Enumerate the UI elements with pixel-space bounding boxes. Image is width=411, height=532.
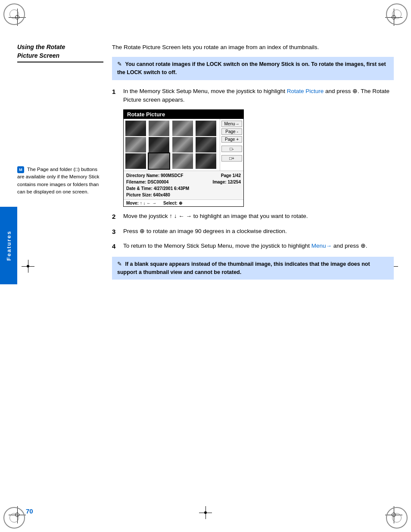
step-4-text: To return to the Memory Stick Setup Menu… (123, 242, 367, 252)
corner-deco-br (386, 507, 408, 529)
thumb-11 (172, 153, 193, 169)
corner-deco-tr (386, 3, 408, 25)
filename-label: Filename: DSC00004 (126, 179, 168, 185)
step-1-number: 1 (112, 87, 119, 105)
step-1: 1 In the Memory Stick Setup Menu, move t… (112, 87, 394, 105)
thumb-1 (125, 121, 146, 136)
screen-controls: Move: ↑ ↓ ← → Select: ⊕ (124, 199, 243, 206)
intro-text: The Rotate Picture Screen lets you rotat… (112, 43, 394, 52)
corner-deco-bl (3, 507, 25, 529)
thumb-5 (125, 137, 146, 152)
select-control: Select: ⊕ (163, 201, 182, 205)
main-content: Using the Rotate Picture Screen M The Pa… (17, 34, 394, 498)
image-info: Image: 12/254 (212, 179, 241, 185)
menu-btn[interactable]: Menu→ (221, 121, 242, 127)
right-column: The Rotate Picture Screen lets you rotat… (112, 43, 394, 286)
steps-list: 1 In the Memory Stick Setup Menu, move t… (112, 87, 394, 105)
menu-link: Menu→ (311, 243, 332, 249)
folder-plus-btn[interactable]: □+ (221, 155, 242, 162)
step-4: 4 To return to the Memory Stick Setup Me… (112, 242, 394, 252)
thumb-9 (125, 153, 146, 169)
filename-row: Filename: DSC00004 Image: 12/254 (126, 179, 241, 185)
thumb-3 (172, 121, 193, 136)
warning-icon: ✎ (117, 60, 122, 68)
screen-sidebar: Menu→ Page - Page + □- □+ (220, 119, 243, 171)
note-icon: M (17, 166, 24, 173)
directory-row: Directory Name: 900MSDCF Page 1/42 (126, 172, 241, 179)
datetime-row: Date & Time: 4/27/2001 6:43PM (126, 185, 241, 192)
step-2: 2 Move the joystick ↑ ↓ ← → to highlight… (112, 212, 394, 222)
screen-mockup: Rotate Picture (123, 109, 244, 207)
thumbnails-area (124, 119, 220, 171)
folder-minus-btn[interactable]: □- (221, 146, 242, 152)
thumb-2 (149, 121, 169, 136)
page-info: Page 1/42 (221, 172, 241, 179)
thumb-10 (149, 153, 169, 169)
steps-2-4-list: 2 Move the joystick ↑ ↓ ← → to highlight… (112, 212, 394, 252)
step-3: 3 Press ⊕ to rotate an image 90 degrees … (112, 227, 394, 237)
size-row: Picture Size: 640x480 (126, 192, 241, 198)
screen-title: Rotate Picture (124, 110, 243, 119)
thumb-12 (196, 153, 216, 169)
bottom-note-icon: ✎ (117, 260, 122, 268)
step-3-number: 3 (112, 227, 119, 237)
left-column: Using the Rotate Picture Screen M The Pa… (17, 43, 112, 286)
screen-info: Directory Name: 900MSDCF Page 1/42 Filen… (124, 171, 243, 199)
directory-label: Directory Name: 900MSDCF (126, 172, 183, 179)
thumb-4 (196, 121, 216, 136)
section-heading: Using the Rotate Picture Screen (17, 43, 103, 62)
left-column-note: M The Page and folder (□) buttons are av… (17, 166, 103, 196)
corner-deco-tl (3, 3, 25, 25)
move-control: Move: ↑ ↓ ← → (126, 201, 156, 205)
thumb-8 (196, 137, 216, 152)
page-number: 70 (26, 507, 33, 515)
page-plus-btn[interactable]: Page + (221, 136, 242, 143)
features-tab: Features (0, 207, 17, 284)
step-3-text: Press ⊕ to rotate an image 90 degrees in… (123, 227, 287, 237)
step-2-number: 2 (112, 212, 119, 222)
step-4-number: 4 (112, 242, 119, 252)
rotate-picture-link: Rotate Picture (287, 88, 324, 94)
page-minus-btn[interactable]: Page - (221, 128, 242, 135)
bottom-note-text: If a blank square appears instead of the… (117, 261, 370, 275)
warning-note-box: ✎ You cannot rotate images if the LOCK s… (112, 57, 394, 80)
thumb-6 (149, 137, 169, 152)
step-2-text: Move the joystick ↑ ↓ ← → to highlight a… (123, 212, 308, 222)
step-1-text: In the Memory Stick Setup Menu, move the… (123, 87, 394, 105)
bottom-note-box: ✎ If a blank square appears instead of t… (112, 257, 394, 280)
tab-label: Features (6, 230, 12, 261)
bottom-center-crosshair (199, 506, 212, 519)
screen-body: Menu→ Page - Page + □- □+ (124, 119, 243, 171)
warning-text: You cannot rotate images if the LOCK swi… (117, 61, 386, 75)
thumb-7 (172, 137, 193, 152)
